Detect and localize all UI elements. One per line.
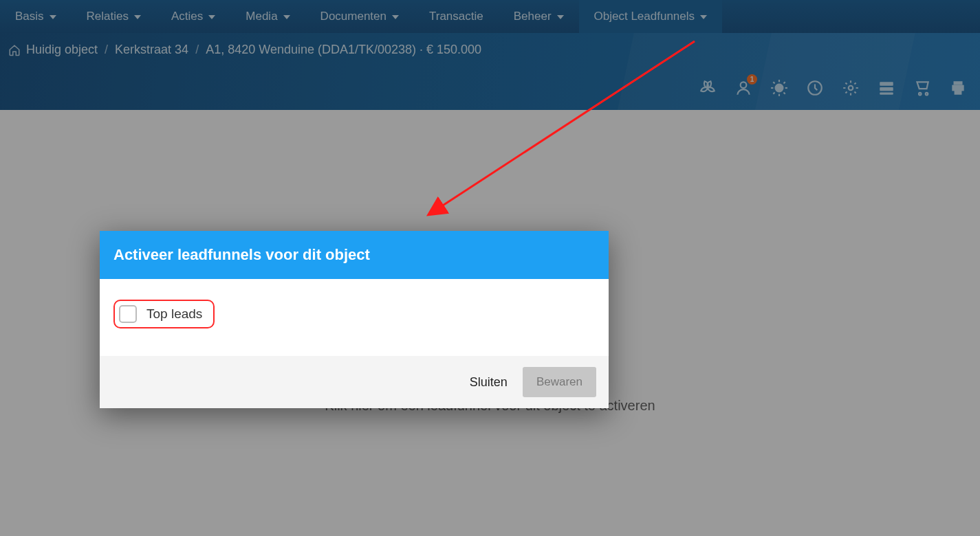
save-button[interactable]: Bewaren: [523, 367, 596, 397]
checkbox-icon[interactable]: [119, 305, 137, 323]
dialog-footer: Sluiten Bewaren: [100, 356, 609, 408]
dialog-body: Top leads: [100, 279, 609, 356]
leadfunnel-dialog: Activeer leadfunnels voor dit object Top…: [100, 231, 609, 408]
top-leads-label: Top leads: [146, 306, 202, 322]
top-leads-option[interactable]: Top leads: [113, 300, 215, 328]
dialog-title: Activeer leadfunnels voor dit object: [100, 231, 609, 279]
close-button[interactable]: Sluiten: [467, 368, 510, 397]
